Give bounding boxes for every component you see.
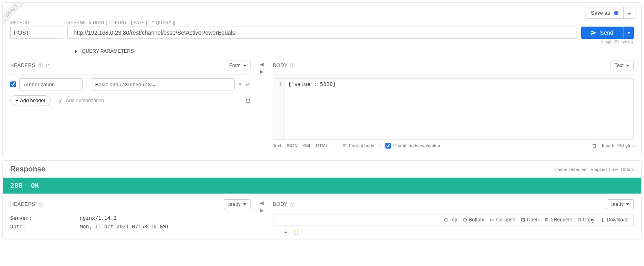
help-icon[interactable]: ? — [38, 63, 43, 68]
request-body-column: BODY ? Text 1 {'value': 5000} Text JSON … — [273, 59, 634, 149]
save-as-label: Save as — [591, 10, 610, 16]
sort-icon[interactable]: ↓ᴬ — [45, 63, 50, 68]
response-body-toolbar: ⊙ Top ⊙ Bottom ▭ Collapse ⊞ Open 🗎 2Requ… — [273, 214, 634, 225]
status-bar: 200 OK — [3, 178, 641, 194]
request-headers-column: HEADERS ? ↓ᴬ Form : ✕ — [10, 59, 251, 149]
header-value: nginx/1.14.2 — [80, 215, 116, 221]
trash-icon — [592, 143, 597, 149]
save-as-button[interactable]: Save as — [586, 7, 623, 18]
collapse-button[interactable]: ▭ Collapse — [490, 217, 515, 223]
chevron-down-icon — [243, 65, 246, 67]
method-select[interactable] — [10, 27, 63, 39]
expand-icon[interactable]: ▸ — [284, 229, 288, 235]
headers-title: HEADERS ? ↓ᴬ — [10, 63, 50, 68]
enable-body-eval[interactable]: Enable body evaluation — [385, 143, 440, 149]
request-split: HEADERS ? ↓ᴬ Form : ✕ — [3, 59, 641, 156]
mode-json[interactable]: JSON — [286, 143, 297, 148]
send-dropdown[interactable] — [623, 27, 634, 39]
response-body-column: BODY ? pretty ⊙ Top ⊙ Bottom ▭ Collapse … — [273, 198, 634, 235]
url-length: length: 61 byte(s) — [3, 39, 641, 44]
open-button[interactable]: ⊞ Open — [521, 217, 539, 223]
url-input[interactable] — [67, 27, 577, 39]
key-icon — [58, 98, 63, 104]
trash-icon — [245, 98, 251, 104]
response-headers-column: HEADERS ? pretty Server: nginx/1.14.2 Da… — [10, 198, 251, 235]
mode-html[interactable]: HTML — [316, 143, 328, 148]
clear-body-icon[interactable] — [592, 143, 597, 149]
resp-headers-mode-label: pretty — [228, 201, 241, 207]
send-group: Send — [581, 27, 634, 39]
body-title-text: BODY — [273, 63, 288, 68]
request-line: METHOD SCHEME :// HOST [ ":" PORT ] [ PA… — [3, 19, 641, 39]
help-icon[interactable]: ? — [290, 202, 295, 207]
resp-body-title-text: BODY — [273, 201, 288, 207]
clear-headers-icon[interactable] — [245, 98, 251, 104]
header-value-input[interactable] — [91, 78, 235, 90]
mode-text[interactable]: Text — [273, 143, 281, 148]
response-title: Response — [10, 165, 45, 174]
body-eval-label: Enable body evaluation — [394, 143, 440, 148]
header-enabled-checkbox[interactable] — [10, 81, 16, 87]
format-body-label: Format body — [349, 143, 374, 148]
resp-body-mode[interactable]: pretty — [607, 199, 634, 209]
response-split: HEADERS ? pretty Server: nginx/1.14.2 Da… — [3, 194, 641, 239]
line-number: 1 — [279, 81, 282, 87]
response-panel: Response Cache Detected - Elapsed Time: … — [2, 160, 642, 239]
url-label: SCHEME :// HOST [ ":" PORT ] [ PATH [ "?… — [67, 20, 577, 25]
collapse-right-icon[interactable]: ▶ — [260, 207, 264, 213]
headers-mode-label: Form — [229, 63, 241, 68]
body-mode-label: Text — [615, 63, 624, 68]
url-field: SCHEME :// HOST [ ":" PORT ] [ PATH [ "?… — [67, 20, 577, 39]
headers-mode-select[interactable]: Form — [225, 61, 251, 70]
resp-body-head: BODY ? pretty — [273, 198, 634, 211]
resp-headers-title-text: HEADERS — [10, 201, 36, 207]
unsaved-dot-icon — [614, 11, 618, 15]
header-value: Mon, 11 Oct 2021 07:58:16 GMT — [80, 223, 169, 230]
request-panel: DRAFT Save as METHOD SCHEME :// HOST [ "… — [2, 2, 642, 156]
save-as-dropdown[interactable] — [623, 7, 635, 18]
format-body-button[interactable]: Format body — [342, 143, 374, 148]
format-icon — [342, 143, 347, 148]
resp-headers-mode[interactable]: pretty — [224, 199, 251, 209]
body-content[interactable]: {'value': 5000} — [285, 79, 633, 139]
header-row: : ✕ — [10, 78, 251, 90]
add-header-button[interactable]: + Add header — [10, 95, 51, 106]
to-request-button[interactable]: 🗎 2Request — [544, 217, 572, 223]
response-json-root[interactable]: ▸ {} — [273, 225, 634, 235]
mode-xml[interactable]: XML — [302, 143, 311, 148]
chevron-down-icon — [243, 203, 246, 205]
collapse-left-icon[interactable]: ◀ — [260, 200, 264, 206]
status-code: 200 — [10, 182, 22, 189]
send-button[interactable]: Send — [581, 27, 623, 39]
download-button[interactable]: ⭳ Download — [600, 217, 628, 223]
remove-header-icon[interactable]: ✕ — [238, 81, 242, 88]
table-row: Server: nginx/1.14.2 — [10, 215, 251, 221]
status-text: OK — [31, 182, 39, 189]
body-eval-checkbox[interactable] — [385, 143, 391, 149]
collapse-right-icon[interactable]: ▶ — [260, 69, 264, 74]
body-mode-select[interactable]: Text — [610, 61, 634, 70]
chevron-down-icon — [627, 32, 631, 34]
top-button[interactable]: ⊙ Top — [444, 217, 457, 223]
copy-button[interactable]: ⧉ Copy — [578, 217, 595, 223]
body-editor[interactable]: 1 {'value': 5000} — [273, 78, 634, 140]
bottom-button[interactable]: ⊙ Bottom — [463, 217, 484, 223]
help-icon[interactable]: ? — [290, 63, 295, 68]
header-key: Date: — [10, 223, 80, 230]
header-name-input[interactable] — [19, 78, 83, 90]
resp-headers-title: HEADERS ? — [10, 201, 43, 207]
response-head: Response Cache Detected - Elapsed Time: … — [3, 161, 641, 178]
colon-separator: : — [86, 81, 87, 88]
query-parameters-toggle[interactable]: QUERY PARAMETERS — [3, 44, 641, 59]
help-icon[interactable]: ? — [38, 202, 43, 207]
query-params-label: QUERY PARAMETERS — [82, 48, 134, 54]
chevron-down-icon — [626, 65, 629, 67]
chevron-down-icon — [628, 13, 631, 15]
header-key: Server: — [10, 215, 80, 221]
editor-gutter: 1 — [273, 79, 285, 139]
collapse-left-icon[interactable]: ◀ — [260, 61, 264, 67]
add-authorization-button[interactable]: Add authorization — [58, 98, 104, 104]
body-length: length: 15 bytes — [602, 143, 634, 148]
auth-key-icon[interactable] — [246, 82, 251, 87]
response-headers-table: Server: nginx/1.14.2 Date: Mon, 11 Oct 2… — [10, 211, 251, 230]
